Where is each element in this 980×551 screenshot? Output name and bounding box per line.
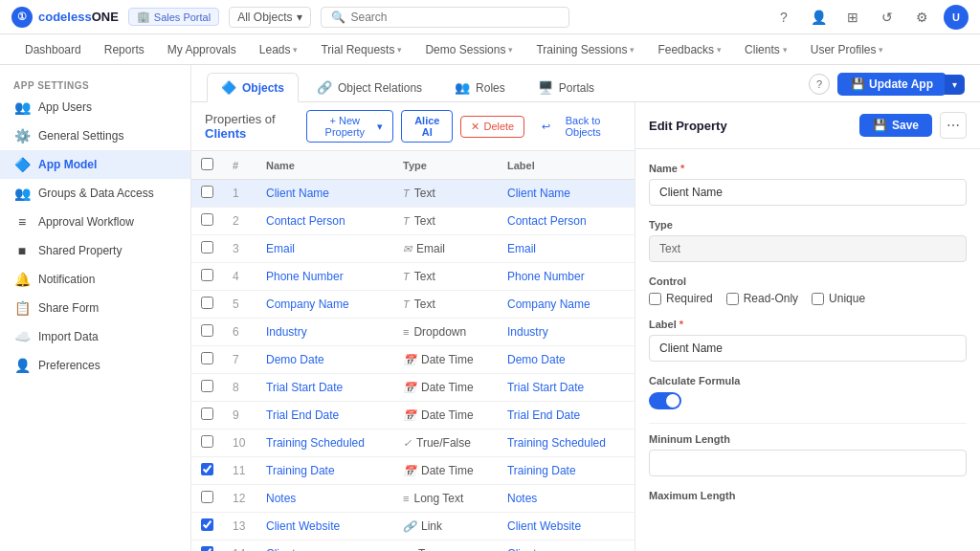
row-label[interactable]: Notes xyxy=(498,485,635,513)
tab-objects[interactable]: 🔷 Objects xyxy=(207,73,299,102)
row-name[interactable]: Trial Start Date xyxy=(256,374,393,402)
row-checkbox[interactable] xyxy=(201,435,213,448)
nav-leads[interactable]: Leads ▾ xyxy=(250,39,308,60)
sidebar-item-share-form[interactable]: 📋 Share Form xyxy=(0,294,190,322)
tab-portals[interactable]: 🖥️ Portals xyxy=(523,73,609,101)
table-row[interactable]: 6 Industry ≡ Dropdown Industry xyxy=(191,319,635,346)
sidebar-item-app-users[interactable]: 👥 App Users xyxy=(0,93,190,121)
read-only-checkbox[interactable] xyxy=(726,293,739,305)
required-checkbox[interactable] xyxy=(649,293,661,305)
row-name[interactable]: Client Website xyxy=(256,513,393,540)
sidebar-item-groups-data[interactable]: 👥 Groups & Data Access xyxy=(0,179,190,208)
row-checkbox[interactable] xyxy=(201,186,213,198)
row-checkbox[interactable] xyxy=(201,241,213,253)
help-icon[interactable]: ? xyxy=(771,5,796,30)
row-checkbox[interactable] xyxy=(201,408,213,420)
label-field-input[interactable] xyxy=(649,335,967,362)
row-name[interactable]: Industry xyxy=(256,319,393,346)
row-label[interactable]: Contact Person xyxy=(498,208,635,235)
row-label[interactable]: Client Website xyxy=(498,513,635,540)
table-row[interactable]: 11 Training Date 📅 Date Time Training Da… xyxy=(191,457,635,485)
row-name[interactable]: Notes xyxy=(256,485,393,513)
row-name[interactable]: Contact Person xyxy=(256,208,393,235)
nav-feedbacks[interactable]: Feedbacks ▾ xyxy=(648,39,731,60)
save-button[interactable]: 💾 Save xyxy=(859,114,932,137)
sidebar-item-app-model[interactable]: 🔷 App Model xyxy=(0,150,190,179)
app-badge[interactable]: 🏢 Sales Portal xyxy=(128,8,219,26)
row-label[interactable]: Trial Start Date xyxy=(498,374,635,402)
nav-trial-requests[interactable]: Trial Requests ▾ xyxy=(311,39,412,60)
row-checkbox[interactable] xyxy=(201,324,213,337)
new-property-button[interactable]: + New Property ▾ xyxy=(306,110,394,143)
history-icon[interactable]: ↺ xyxy=(875,5,900,30)
table-row[interactable]: 10 Training Scheduled ✓ True/False Train… xyxy=(191,430,635,457)
row-checkbox[interactable] xyxy=(201,546,213,551)
row-label[interactable]: Client Name xyxy=(498,180,635,208)
required-checkbox-item[interactable]: Required xyxy=(649,292,713,305)
row-name[interactable]: Phone Number xyxy=(256,263,393,291)
settings-icon[interactable]: ⚙ xyxy=(909,5,934,30)
objects-selector[interactable]: All Objects ▾ xyxy=(229,7,310,28)
table-row[interactable]: 5 Company Name T Text Company Name xyxy=(191,291,635,319)
row-checkbox[interactable] xyxy=(201,297,213,309)
select-all-checkbox[interactable] xyxy=(201,158,213,170)
row-checkbox[interactable] xyxy=(201,463,213,475)
tab-object-relations[interactable]: 🔗 Object Relations xyxy=(302,73,436,101)
row-checkbox[interactable] xyxy=(201,518,213,531)
sidebar-item-general-settings[interactable]: ⚙️ General Settings xyxy=(0,121,190,150)
table-row[interactable]: 12 Notes ≡ Long Text Notes xyxy=(191,485,635,513)
table-row[interactable]: 2 Contact Person T Text Contact Person xyxy=(191,208,635,235)
unique-checkbox-item[interactable]: Unique xyxy=(812,292,865,305)
sidebar-item-import-data[interactable]: ☁️ Import Data xyxy=(0,322,190,351)
more-options-button[interactable]: ⋯ xyxy=(940,112,967,139)
row-label[interactable]: Phone Number xyxy=(498,263,635,291)
prop-object-link[interactable]: Clients xyxy=(205,126,246,141)
table-row[interactable]: 8 Trial Start Date 📅 Date Time Trial Sta… xyxy=(191,374,635,402)
row-name[interactable]: Client Name xyxy=(256,180,393,208)
table-row[interactable]: 9 Trial End Date 📅 Date Time Trial End D… xyxy=(191,402,635,430)
sidebar-item-shared-property[interactable]: ■ Shared Property xyxy=(0,236,190,265)
help-button[interactable]: ? xyxy=(809,74,830,95)
nav-reports[interactable]: Reports xyxy=(95,39,154,60)
row-label[interactable]: Demo Date xyxy=(498,346,635,374)
table-row[interactable]: 14 Client exposure 🏷 Tags Client exposur… xyxy=(191,540,635,552)
name-field-input[interactable] xyxy=(649,179,967,206)
sidebar-item-notification[interactable]: 🔔 Notification xyxy=(0,265,190,294)
row-checkbox[interactable] xyxy=(201,491,213,503)
row-checkbox[interactable] xyxy=(201,380,213,392)
row-checkbox[interactable] xyxy=(201,213,213,226)
row-checkbox[interactable] xyxy=(201,352,213,364)
back-to-objects-button[interactable]: ↩ Back to Objects xyxy=(532,111,621,142)
grid-icon[interactable]: ⊞ xyxy=(840,5,865,30)
row-checkbox[interactable] xyxy=(201,269,213,281)
nav-training-sessions[interactable]: Training Sessions ▾ xyxy=(526,39,644,60)
row-name[interactable]: Trial End Date xyxy=(256,402,393,430)
read-only-checkbox-item[interactable]: Read-Only xyxy=(726,292,798,305)
row-label[interactable]: Industry xyxy=(498,319,635,346)
min-length-input[interactable] xyxy=(649,450,967,476)
nav-dashboard[interactable]: Dashboard xyxy=(15,39,91,60)
update-app-dropdown-arrow[interactable]: ▾ xyxy=(945,75,965,95)
users-icon[interactable]: 👤 xyxy=(806,5,831,30)
table-row[interactable]: 13 Client Website 🔗 Link Client Website xyxy=(191,513,635,540)
row-label[interactable]: Client exposure xyxy=(498,540,635,552)
tab-roles[interactable]: 👥 Roles xyxy=(440,73,520,101)
table-row[interactable]: 7 Demo Date 📅 Date Time Demo Date xyxy=(191,346,635,374)
delete-button[interactable]: ✕ Delete xyxy=(460,116,524,138)
avatar[interactable]: U xyxy=(944,5,969,30)
nav-demo-sessions[interactable]: Demo Sessions ▾ xyxy=(415,39,523,60)
row-label[interactable]: Email xyxy=(498,235,635,263)
row-name[interactable]: Email xyxy=(256,235,393,263)
sidebar-item-preferences[interactable]: 👤 Preferences xyxy=(0,351,190,380)
search-input[interactable] xyxy=(351,11,559,24)
nav-user-profiles[interactable]: User Profiles ▾ xyxy=(801,39,894,60)
table-row[interactable]: 1 Client Name T Text Client Name xyxy=(191,180,635,208)
row-name[interactable]: Training Scheduled xyxy=(256,430,393,457)
nav-clients[interactable]: Clients ▾ xyxy=(735,39,797,60)
row-name[interactable]: Training Date xyxy=(256,457,393,485)
row-label[interactable]: Training Date xyxy=(498,457,635,485)
row-label[interactable]: Trial End Date xyxy=(498,402,635,430)
row-name[interactable]: Demo Date xyxy=(256,346,393,374)
update-app-button[interactable]: 💾 Update App xyxy=(837,73,947,96)
table-row[interactable]: 4 Phone Number T Text Phone Number xyxy=(191,263,635,291)
